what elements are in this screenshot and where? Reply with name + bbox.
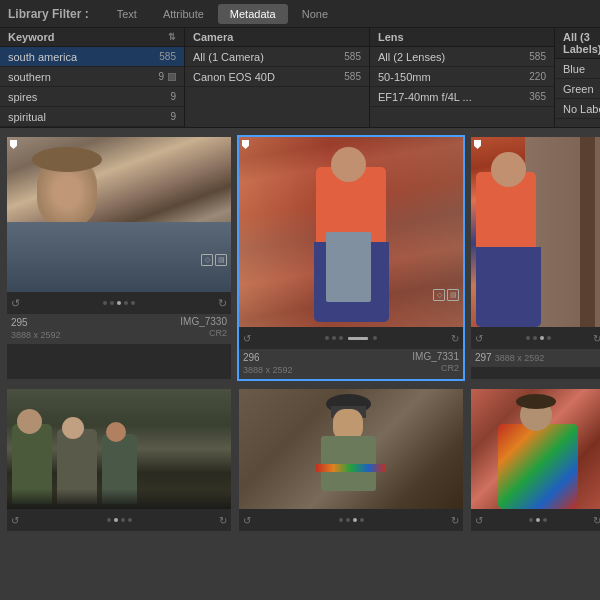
dot xyxy=(117,301,121,305)
tab-none[interactable]: None xyxy=(290,4,340,24)
dot xyxy=(103,301,107,305)
photo-info-bottom-3 xyxy=(471,531,600,547)
scroll-indicator xyxy=(168,73,176,81)
lens-item-50-150[interactable]: 50-150mm 220 xyxy=(370,67,554,87)
photo-info-297: 297 3888 x 2592 xyxy=(471,349,600,367)
dot xyxy=(536,518,540,522)
dot xyxy=(543,518,547,522)
photo-cell-295[interactable]: ◇ ▤ ↺ ↻ 295 IMG_7330 3888 x 2592 xyxy=(7,137,231,379)
photo-toolbar-296: ↺ ↻ xyxy=(239,327,463,349)
rotate-left-icon[interactable]: ↺ xyxy=(11,297,20,310)
keyword-item-south-america[interactable]: south america 585 xyxy=(0,47,184,67)
photo-toolbar-297: ↺ ↻ xyxy=(471,327,600,349)
photo-cell-bottom-2[interactable]: ↺ ↻ xyxy=(239,389,463,547)
lens-col-header: Lens xyxy=(370,28,554,47)
keyword-item-spires[interactable]: spires 9 xyxy=(0,87,184,107)
camera-item-40d[interactable]: Canon EOS 40D 585 xyxy=(185,67,369,87)
toolbar-dots xyxy=(339,518,364,522)
filter-tabs: Text Attribute Metadata None xyxy=(105,4,340,24)
dot xyxy=(533,336,537,340)
toolbar-dots xyxy=(103,301,135,305)
photo-cell-bottom-1[interactable]: ↺ ↻ xyxy=(7,389,231,547)
photo-info-295: 295 IMG_7330 3888 x 2592 CR2 xyxy=(7,314,231,344)
rotate-right-icon[interactable]: ↻ xyxy=(593,515,600,526)
lens-column: Lens All (2 Lenses) 585 50-150mm 220 EF1… xyxy=(370,28,555,127)
toolbar-dots xyxy=(529,518,547,522)
tab-metadata[interactable]: Metadata xyxy=(218,4,288,24)
photo-toolbar-bottom-1: ↺ ↻ xyxy=(7,509,231,531)
label-item-green[interactable]: Green xyxy=(555,79,600,99)
photo-toolbar-bottom-2: ↺ ↻ xyxy=(239,509,463,531)
lens-item-all[interactable]: All (2 Lenses) 585 xyxy=(370,47,554,67)
keyword-item-southern[interactable]: southern 9 xyxy=(0,67,184,87)
dot xyxy=(360,518,364,522)
develop-icon[interactable]: ▤ xyxy=(447,289,459,301)
rotate-right-icon[interactable]: ↻ xyxy=(218,297,227,310)
library-filter-header: Library Filter : Text Attribute Metadata… xyxy=(0,0,600,28)
dot xyxy=(353,518,357,522)
dot xyxy=(540,336,544,340)
filter-grid: Keyword ⇅ south america 585 southern 9 s… xyxy=(0,28,600,128)
photo-cell-297[interactable]: ↺ ↻ 297 3888 x 2592 xyxy=(471,137,600,379)
dot xyxy=(373,336,377,340)
sort-icon[interactable]: ⇅ xyxy=(168,32,176,42)
compare-icon[interactable]: ◇ xyxy=(201,254,213,266)
dot xyxy=(121,518,125,522)
dot xyxy=(529,518,533,522)
photo-info-bottom-2 xyxy=(239,531,463,547)
dot xyxy=(339,518,343,522)
camera-column: Camera All (1 Camera) 585 Canon EOS 40D … xyxy=(185,28,370,127)
toolbar-dots xyxy=(107,518,132,522)
toolbar-dots xyxy=(325,336,377,340)
label-item-nolabel[interactable]: No Label xyxy=(555,99,600,119)
keyword-item-spiritual[interactable]: spiritual 9 xyxy=(0,107,184,127)
develop-icon[interactable]: ▤ xyxy=(215,254,227,266)
dot xyxy=(114,518,118,522)
dot xyxy=(332,336,336,340)
dot xyxy=(547,336,551,340)
dot xyxy=(107,518,111,522)
camera-col-header: Camera xyxy=(185,28,369,47)
dot xyxy=(325,336,329,340)
photo-info-296: 296 IMG_7331 3888 x 2592 CR2 xyxy=(239,349,463,379)
photo-watermark: ◇ ▤ xyxy=(433,289,459,301)
app-title: Library Filter : xyxy=(8,7,89,21)
dot xyxy=(526,336,530,340)
toolbar-dots xyxy=(526,336,551,340)
label-column: All (3 Labels) Blue Green No Label xyxy=(555,28,600,127)
dot xyxy=(131,301,135,305)
dot xyxy=(346,518,350,522)
rotate-left-icon[interactable]: ↺ xyxy=(243,515,251,526)
rotate-left-icon[interactable]: ↺ xyxy=(11,515,19,526)
rotate-right-icon[interactable]: ↻ xyxy=(593,333,600,344)
photo-cell-296[interactable]: ◇ ▤ ↺ ↻ 296 IMG_7331 3888 x 2592 xyxy=(239,137,463,379)
rotate-left-icon[interactable]: ↺ xyxy=(475,515,483,526)
label-item-blue[interactable]: Blue xyxy=(555,59,600,79)
progress-indicator xyxy=(348,337,368,340)
rotate-left-icon[interactable]: ↺ xyxy=(475,333,483,344)
label-col-header: All (3 Labels) xyxy=(555,28,600,59)
dot xyxy=(124,301,128,305)
dot xyxy=(128,518,132,522)
photo-toolbar-bottom-3: ↺ ↻ xyxy=(471,509,600,531)
lens-item-17-40[interactable]: EF17-40mm f/4L ... 365 xyxy=(370,87,554,107)
keyword-col-header: Keyword ⇅ xyxy=(0,28,184,47)
tab-attribute[interactable]: Attribute xyxy=(151,4,216,24)
camera-item-all[interactable]: All (1 Camera) 585 xyxy=(185,47,369,67)
photo-toolbar-295: ↺ ↻ xyxy=(7,292,231,314)
compare-icon[interactable]: ◇ xyxy=(433,289,445,301)
rotate-right-icon[interactable]: ↻ xyxy=(219,515,227,526)
rotate-right-icon[interactable]: ↻ xyxy=(451,333,459,344)
tab-text[interactable]: Text xyxy=(105,4,149,24)
rotate-left-icon[interactable]: ↺ xyxy=(243,333,251,344)
dot xyxy=(339,336,343,340)
rotate-right-icon[interactable]: ↻ xyxy=(451,515,459,526)
dot xyxy=(110,301,114,305)
photo-cell-bottom-3[interactable]: ↺ ↻ xyxy=(471,389,600,547)
photo-info-bottom-1 xyxy=(7,531,231,547)
keyword-column: Keyword ⇅ south america 585 southern 9 s… xyxy=(0,28,185,127)
photo-watermark: ◇ ▤ xyxy=(201,254,227,266)
